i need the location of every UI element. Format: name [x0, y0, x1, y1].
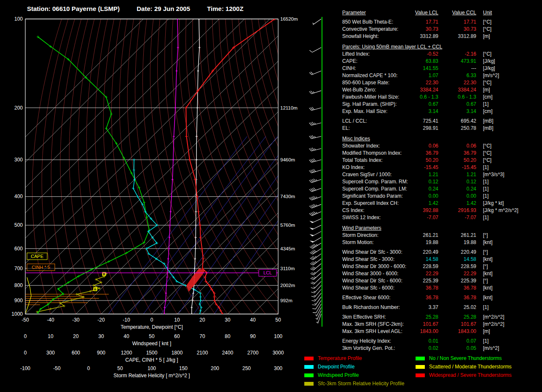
value-lcl: 22.29	[406, 270, 438, 277]
value-ccl: 0.24	[438, 185, 476, 193]
legend-item: Windspeed Profile	[304, 371, 404, 379]
value-ccl: 22.30	[438, 79, 476, 86]
value-lcl: 392.88	[406, 207, 438, 214]
plot-border	[25, 19, 278, 314]
temperature-tick-label: 30	[225, 317, 231, 323]
pressure-tick-label: 300	[14, 157, 23, 163]
pressure-tick-label: 900	[14, 298, 23, 303]
profile-legend: Temperature ProfileDewpoint ProfileWinds…	[304, 354, 404, 388]
pressure-tick-label: 600	[14, 246, 23, 252]
pressure-axis-labels: 1002003004005006007008009001000	[11, 16, 23, 317]
value-lcl: 1.21	[406, 171, 438, 178]
param-label: Energy Helicity Index:	[342, 338, 406, 345]
dewpoint-profile	[132, 158, 202, 315]
table-section-title: Wind Parameters	[342, 225, 541, 232]
legend-item: Temperature Profile	[304, 354, 404, 362]
windspeed-tick-label: 80	[225, 333, 231, 339]
table-row: Storm Direction:261.21261.21[°]	[342, 232, 541, 239]
cape-tick-label: 600	[72, 350, 80, 356]
table-row: CS Index:392.882916.93[J/kg * m^2/s^2]	[342, 207, 541, 214]
legend-item: Sfc-3km Storm Relative Helicity Profile	[304, 379, 404, 388]
unit-label: [J/kg * kt]	[476, 200, 504, 207]
windspeed-tick-label: 20	[73, 333, 79, 339]
param-label: Max. 3km SRH Level AGL:	[342, 328, 406, 335]
value-lcl: 36.79	[406, 150, 438, 157]
srh-tick-label: 250	[242, 365, 251, 371]
param-label: CAPE:	[342, 58, 406, 65]
value-ccl: 261.21	[438, 232, 476, 239]
srh-tick-label: -100	[20, 365, 30, 371]
param-label: Wind Shear 3000 - 6000:	[342, 270, 406, 277]
value-ccl: -15.45	[438, 164, 476, 171]
unit-label: [1]	[476, 304, 488, 311]
unit-label: [1]	[476, 178, 488, 185]
value-ccl: 6.33	[438, 72, 476, 79]
legend-label: No / Non Severe Thunderstorms	[429, 355, 502, 361]
table-row: Wind Shear 3000 - 6000:22.2922.29[knt]	[342, 270, 541, 277]
pressure-tick-label: 400	[14, 193, 23, 199]
parcel-curve	[164, 18, 179, 315]
param-label: 850-600 Lapse Rate:	[342, 79, 406, 86]
unit-label: [°C]	[476, 26, 491, 33]
param-label: 3km Vorticity Gen. Pot.:	[342, 345, 406, 352]
value-lcl: 14.58	[406, 256, 438, 263]
height-tick-label: 9460m	[280, 157, 295, 162]
value-ccl: 36.78	[438, 294, 476, 301]
unit-label: [J/kg * m^2/s^2]	[476, 207, 518, 214]
legend-swatch	[416, 357, 425, 360]
value-ccl: 36.79	[438, 150, 476, 157]
unit-label: [J/kg]	[476, 65, 495, 72]
value-ccl: 30.73	[438, 26, 476, 33]
table-row: KO Index:-15.45-15.45[1]	[342, 164, 541, 171]
parameter-table: Parameter Value LCL Value CCL Unit 850 W…	[342, 9, 541, 352]
temperature-tick-label: -20	[97, 317, 105, 323]
value-lcl: 228.59	[406, 263, 438, 270]
unit-label: [m]	[476, 86, 490, 94]
unit-label: [°]	[476, 263, 488, 270]
value-ccl: -2.16	[438, 51, 476, 58]
param-label: CS Index:	[342, 207, 406, 214]
srh-tick-label: 300	[274, 365, 282, 371]
table-row: CAPE:63.83473.91[J/kg]	[342, 58, 541, 65]
temperature-tick-label: 10	[174, 317, 180, 323]
value-ccl: 228.59	[438, 263, 476, 270]
unit-label: [knt]	[476, 294, 493, 301]
value-ccl: 3384.24	[438, 86, 476, 94]
param-label: Supercell Comp. Param. RM:	[342, 178, 406, 185]
unit-label: [°C]	[476, 142, 491, 150]
parcel-marker-label: B	[94, 287, 97, 291]
param-label: Showalter Index:	[342, 142, 406, 150]
param-label: Convective Temperature:	[342, 26, 406, 33]
unit-label: [1]	[476, 338, 488, 345]
table-row: EL:298.91250.78[mB]	[342, 125, 541, 132]
value-ccl: 25.02	[438, 304, 476, 311]
param-label: Total Totals Index:	[342, 157, 406, 164]
unit-label: [m/s^2]	[476, 72, 499, 79]
table-row: Storm Motion:19.8819.88[knt]	[342, 239, 541, 246]
dry-adiabat-lines	[32, 19, 337, 320]
value-lcl: 220.49	[406, 249, 438, 256]
value-ccl: 0.00	[438, 193, 476, 200]
cape-tick-label: 0	[24, 350, 27, 356]
cinh-label-box: CINH * 5	[27, 264, 55, 271]
height-tick-label: 3110m	[280, 266, 295, 271]
srh-tick-label: 0	[87, 365, 90, 371]
legend-swatch	[304, 382, 314, 386]
value-ccl: -7.07	[438, 214, 476, 221]
unit-label: [°]	[476, 249, 488, 256]
parcel-marker: B	[94, 287, 97, 292]
legend-item: Widespread / Severe Thunderstorms	[416, 371, 512, 379]
table-row: SWISS 12 Index:-7.07-7.07[1]	[342, 214, 541, 221]
value-lcl: 261.21	[406, 232, 438, 239]
unit-label: [°C]	[476, 157, 491, 164]
value-ccl: 0.6 - 1.3	[438, 94, 476, 101]
table-row: Fawbush-Miller Hail Size:0.6 - 1.30.6 - …	[342, 94, 541, 101]
value-lcl: 3.37	[406, 304, 438, 311]
value-lcl: 17.71	[406, 19, 438, 26]
legend-swatch	[304, 365, 314, 369]
table-row: 3km Vorticity Gen. Pot.:0.020.05[m/s^2]	[342, 345, 541, 352]
unit-label: [cm]	[476, 108, 493, 115]
param-label: KO Index:	[342, 164, 406, 171]
cinh-profile	[25, 294, 109, 305]
unit-label: [knt]	[476, 285, 493, 292]
